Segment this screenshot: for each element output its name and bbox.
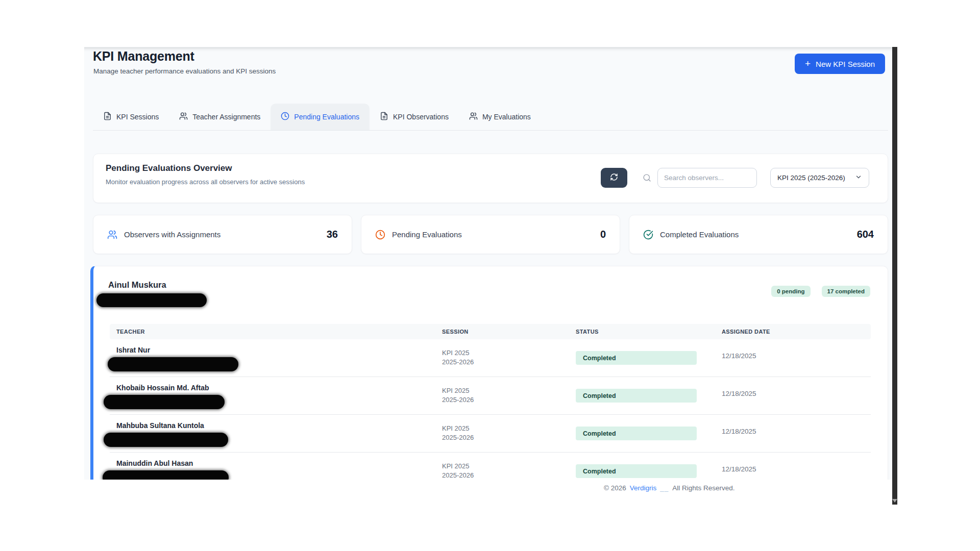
session-cell: KPI 2025 2025-2026 [442, 339, 576, 377]
pending-badge: 0 pending [771, 286, 810, 297]
session-year: 2025-2026 [442, 433, 576, 442]
teacher-cell: Mahbuba Sultana Kuntola [116, 415, 442, 452]
table-row: Mahbuba Sultana Kuntola KPI 2025 2025-20… [110, 415, 871, 453]
stat-completed-evaluations: Completed Evaluations 604 [629, 215, 888, 254]
new-kpi-session-button[interactable]: + New KPI Session [795, 54, 885, 74]
tab-kpi-observations[interactable]: KPI Observations [370, 104, 459, 130]
table-row: Ishrat Nur KPI 2025 2025-2026 Completed … [110, 339, 871, 377]
search-observers-input[interactable] [657, 168, 757, 188]
stat-label: Pending Evaluations [392, 230, 462, 239]
session-filter-value: KPI 2025 (2025-2026) [777, 174, 845, 182]
stat-value: 0 [600, 229, 606, 240]
status-badge: Completed [576, 427, 697, 440]
status-badge: Completed [576, 464, 697, 478]
teacher-name: Mahbuba Sultana Kuntola [116, 415, 442, 430]
assigned-date-cell: 12/18/2025 [722, 415, 871, 452]
session-cell: KPI 2025 2025-2026 [442, 377, 576, 414]
plus-icon: + [805, 59, 811, 68]
teacher-cell: Ishrat Nur [116, 339, 442, 377]
teacher-name: Ishrat Nur [116, 339, 442, 354]
stat-label: Completed Evaluations [660, 230, 739, 239]
observer-email-redaction [96, 293, 207, 307]
stat-value: 36 [327, 229, 338, 240]
refresh-icon [610, 173, 618, 183]
status-cell: Completed [576, 415, 722, 452]
column-header-session: SESSION [442, 329, 576, 335]
footer-rights: All Rights Reserved. [672, 484, 734, 492]
table-row: Mainuddin Abul Hasan KPI 2025 2025-2026 … [110, 453, 871, 480]
refresh-button[interactable] [601, 168, 627, 188]
status-badge: Completed [576, 351, 697, 365]
status-cell: Completed [576, 453, 722, 480]
completed-badge: 17 completed [822, 286, 871, 297]
session-year: 2025-2026 [442, 358, 576, 367]
session-name: KPI 2025 [442, 462, 576, 471]
kpi-management-page: KPI Management Manage teacher performanc… [84, 47, 892, 480]
observer-card: Ainul Muskura 0 pending 17 completed TEA… [90, 266, 888, 480]
overview-title: Pending Evaluations Overview [106, 163, 232, 173]
new-kpi-session-label: New KPI Session [816, 60, 875, 68]
session-cell: KPI 2025 2025-2026 [442, 415, 576, 452]
status-badge: Completed [576, 389, 697, 403]
teacher-email-redaction [104, 433, 228, 447]
tab-divider [93, 130, 888, 131]
column-header-assigned-date: ASSIGNED DATE [722, 329, 871, 335]
tab-kpi-sessions[interactable]: KPI Sessions [93, 104, 169, 130]
observer-badges: 0 pending 17 completed [771, 286, 870, 297]
teacher-email-redaction [103, 470, 229, 480]
evaluations-table: TEACHER SESSION STATUS ASSIGNED DATE Ish… [110, 324, 871, 480]
pending-evaluations-overview-card: Pending Evaluations Overview Monitor eva… [93, 154, 888, 203]
assigned-date-cell: 12/18/2025 [722, 453, 871, 480]
scrollbar[interactable] [892, 47, 897, 505]
users-icon [107, 230, 117, 240]
tab-label: Pending Evaluations [294, 113, 359, 121]
assigned-date-cell: 12/18/2025 [722, 377, 871, 414]
tab-label: KPI Observations [393, 113, 449, 121]
tab-teacher-assignments[interactable]: Teacher Assignments [169, 104, 271, 130]
session-cell: KPI 2025 2025-2026 [442, 453, 576, 480]
tab-bar: KPI Sessions Teacher Assignments Pending… [93, 104, 541, 130]
session-name: KPI 2025 [442, 386, 576, 395]
session-name: KPI 2025 [442, 424, 576, 433]
chevron-down-icon [855, 173, 862, 182]
teacher-email-redaction [108, 357, 238, 371]
status-cell: Completed [576, 339, 722, 377]
stat-label: Observers with Assignments [124, 230, 220, 239]
teacher-name: Khobaib Hossain Md. Aftab [116, 377, 442, 392]
search-icon [643, 173, 651, 182]
column-header-status: STATUS [576, 329, 722, 335]
table-row: Khobaib Hossain Md. Aftab KPI 2025 2025-… [110, 377, 871, 415]
users-icon [469, 112, 478, 122]
session-name: KPI 2025 [442, 348, 576, 358]
column-header-teacher: TEACHER [116, 329, 442, 335]
tab-label: My Evaluations [482, 113, 531, 121]
assigned-date-cell: 12/18/2025 [722, 339, 871, 377]
file-text-icon [380, 112, 388, 122]
session-year: 2025-2026 [442, 471, 576, 480]
page: KPI Management Manage teacher performanc… [0, 0, 980, 551]
stat-value: 604 [857, 229, 874, 240]
tab-label: Teacher Assignments [192, 113, 260, 121]
check-circle-icon [643, 230, 653, 240]
stat-pending-evaluations: Pending Evaluations 0 [361, 215, 620, 254]
footer: © 2026 Verdigris __ All Rights Reserved. [604, 484, 735, 492]
page-title: KPI Management [93, 49, 194, 64]
clock-icon [375, 230, 385, 240]
teacher-cell: Mainuddin Abul Hasan [116, 453, 442, 480]
tab-pending-evaluations[interactable]: Pending Evaluations [271, 104, 370, 130]
overview-controls: KPI 2025 (2025-2026) [601, 168, 869, 188]
stats-row: Observers with Assignments 36 Pending Ev… [93, 215, 888, 254]
footer-brand-link[interactable]: Verdigris [630, 484, 657, 492]
observer-name: Ainul Muskura [108, 280, 166, 290]
teacher-email-redaction [104, 395, 225, 409]
teacher-name: Mainuddin Abul Hasan [116, 453, 442, 467]
table-header-row: TEACHER SESSION STATUS ASSIGNED DATE [110, 324, 871, 339]
footer-copyright: © 2026 [604, 484, 626, 492]
stat-observers-with-assignments: Observers with Assignments 36 [93, 215, 352, 254]
overview-subtitle: Monitor evaluation progress across all o… [106, 178, 305, 186]
tab-my-evaluations[interactable]: My Evaluations [459, 104, 541, 130]
clock-icon [281, 112, 289, 122]
scrollbar-down-arrow[interactable] [892, 499, 897, 503]
page-subtitle: Manage teacher performance evaluations a… [93, 67, 276, 75]
session-filter-select[interactable]: KPI 2025 (2025-2026) [770, 168, 869, 188]
